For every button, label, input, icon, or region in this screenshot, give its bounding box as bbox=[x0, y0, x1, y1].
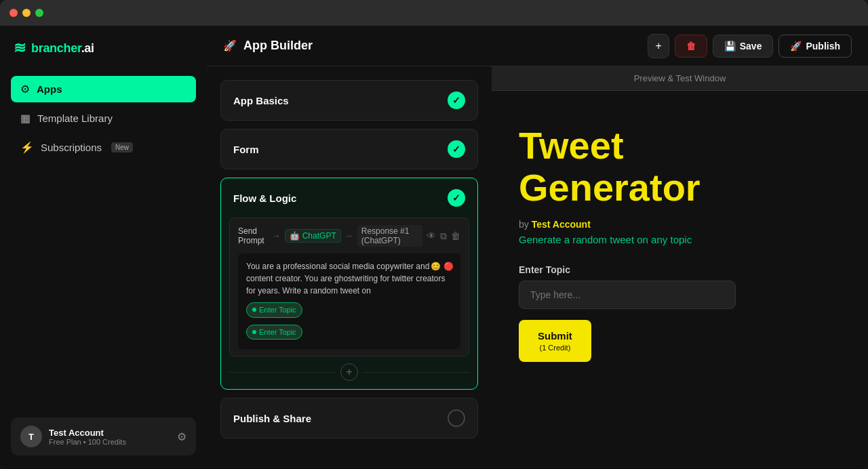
preview-body: Tweet Generator by Test Account Generate… bbox=[492, 91, 868, 469]
flow-logic-title: Flow & Logic bbox=[233, 192, 296, 204]
flow-logic-check: ✓ bbox=[448, 189, 465, 207]
browser-bar bbox=[0, 0, 868, 26]
logo-icon: ≋ bbox=[14, 39, 26, 57]
copy-button[interactable]: ⧉ bbox=[440, 230, 447, 242]
chatgpt-badge: 🤖 ChatGPT bbox=[285, 229, 341, 243]
arrow-1: → bbox=[273, 231, 281, 241]
step-actions: 👁 ⧉ 🗑 bbox=[427, 230, 460, 242]
save-icon: 💾 bbox=[724, 41, 736, 52]
app-basics-title: App Basics bbox=[233, 95, 289, 106]
flow-step-header: Send Prompt → 🤖 ChatGPT → Response #1 (C… bbox=[238, 225, 460, 247]
save-button[interactable]: 💾 Save bbox=[713, 35, 774, 58]
logo-text: brancher.ai bbox=[31, 41, 94, 56]
traffic-light-red[interactable] bbox=[9, 9, 18, 17]
delete-icon: 🗑 bbox=[686, 41, 696, 52]
eye-button[interactable]: 👁 bbox=[427, 230, 436, 242]
arrow-2: → bbox=[345, 231, 353, 241]
account-info: Test Account Free Plan • 100 Credits bbox=[49, 428, 170, 446]
send-prompt-label: Send Prompt bbox=[238, 226, 269, 245]
header: 🚀 App Builder + 🗑 💾 Save 🚀 Publish bbox=[207, 26, 868, 66]
header-actions: + 🗑 💾 Save 🚀 Publish bbox=[648, 34, 852, 58]
subscriptions-icon: ⚡ bbox=[20, 141, 34, 154]
sidebar: ≋ brancher.ai ⚙ Apps ▦ Template Library … bbox=[0, 26, 207, 469]
header-title-area: 🚀 App Builder bbox=[223, 39, 648, 53]
header-rocket-icon: 🚀 bbox=[223, 39, 237, 52]
preview-header: Preview & Test Window bbox=[492, 66, 868, 91]
app-description: Generate a random tweet on any topic bbox=[519, 234, 692, 245]
settings-icon[interactable]: ⚙ bbox=[177, 430, 186, 443]
tag-pill-2[interactable]: Enter Topic bbox=[246, 325, 302, 340]
tag-dot-1 bbox=[252, 308, 256, 312]
sidebar-item-subscriptions[interactable]: ⚡ Subscriptions New bbox=[11, 134, 196, 161]
page-title: App Builder bbox=[243, 39, 313, 53]
emoji-row: 😊 🔴 bbox=[431, 260, 454, 272]
add-step-button[interactable]: + bbox=[340, 363, 358, 381]
app-basics-check: ✓ bbox=[448, 91, 465, 109]
flow-logic-header[interactable]: Flow & Logic ✓ bbox=[221, 178, 477, 218]
dashed-line-left bbox=[229, 372, 335, 373]
tag-row: Enter Topic bbox=[246, 302, 452, 321]
publish-share-title: Publish & Share bbox=[233, 413, 311, 424]
section-publish-share[interactable]: Publish & Share bbox=[220, 398, 478, 439]
apps-icon: ⚙ bbox=[20, 83, 30, 96]
builder-panel: App Basics ✓ Form ✓ Flow & Logic ✓ bbox=[207, 66, 492, 469]
sidebar-item-label-apps: Apps bbox=[37, 83, 62, 95]
sidebar-item-label-subscriptions: Subscriptions bbox=[41, 142, 102, 153]
logo: ≋ brancher.ai bbox=[11, 39, 196, 57]
emoji-2: 🔴 bbox=[443, 260, 454, 272]
new-badge: New bbox=[111, 142, 133, 152]
template-library-icon: ▦ bbox=[20, 112, 31, 125]
emoji-1: 😊 bbox=[431, 260, 441, 272]
delete-button[interactable]: 🗑 bbox=[675, 35, 707, 58]
app-title: Tweet Generator bbox=[519, 125, 701, 208]
main-content: 🚀 App Builder + 🗑 💾 Save 🚀 Publish bbox=[207, 26, 868, 469]
section-app-basics[interactable]: App Basics ✓ bbox=[220, 80, 478, 121]
app-author: Test Account bbox=[532, 219, 591, 230]
add-button[interactable]: + bbox=[648, 34, 669, 58]
account-plan: Free Plan • 100 Credits bbox=[49, 438, 170, 446]
preview-panel: Preview & Test Window Tweet Generator by… bbox=[492, 66, 868, 469]
builder-area: App Basics ✓ Form ✓ Flow & Logic ✓ bbox=[207, 66, 868, 469]
sidebar-item-label-template: Template Library bbox=[37, 113, 113, 124]
traffic-light-green[interactable] bbox=[35, 9, 43, 17]
submit-button[interactable]: Submit (1 Credit) bbox=[519, 320, 591, 362]
tag-dot-2 bbox=[252, 330, 256, 334]
account-name: Test Account bbox=[49, 428, 170, 438]
flow-body: Send Prompt → 🤖 ChatGPT → Response #1 (C… bbox=[221, 218, 477, 389]
flow-step-card: Send Prompt → 🤖 ChatGPT → Response #1 (C… bbox=[229, 218, 469, 356]
publish-icon: 🚀 bbox=[790, 41, 802, 52]
publish-button[interactable]: 🚀 Publish bbox=[778, 35, 852, 58]
form-title: Form bbox=[233, 144, 259, 155]
publish-share-circle bbox=[448, 409, 465, 427]
traffic-light-yellow[interactable] bbox=[22, 9, 31, 17]
step-delete-button[interactable]: 🗑 bbox=[451, 230, 460, 242]
chatgpt-icon: 🤖 bbox=[290, 231, 300, 241]
form-check: ✓ bbox=[448, 140, 465, 158]
dashed-line-right bbox=[363, 372, 469, 373]
account-card: T Test Account Free Plan • 100 Credits ⚙ bbox=[11, 417, 196, 455]
form-field-label: Enter Topic bbox=[519, 264, 570, 275]
sidebar-item-apps[interactable]: ⚙ Apps bbox=[11, 76, 196, 102]
prompt-text: You are a professional social media copy… bbox=[246, 260, 452, 297]
section-form[interactable]: Form ✓ bbox=[220, 129, 478, 169]
avatar: T bbox=[20, 426, 42, 447]
section-flow-logic: Flow & Logic ✓ Send Prompt → 🤖 C bbox=[220, 178, 478, 390]
tag-row-2: Enter Topic bbox=[246, 325, 452, 343]
tag-pill-1[interactable]: Enter Topic bbox=[246, 302, 302, 318]
app-by: by Test Account bbox=[519, 219, 591, 230]
sidebar-item-template-library[interactable]: ▦ Template Library bbox=[11, 105, 196, 131]
add-step-row: + bbox=[229, 363, 469, 381]
prompt-text-area: You are a professional social media copy… bbox=[238, 253, 460, 349]
response-badge: Response #1 (ChatGPT) bbox=[357, 225, 422, 247]
topic-input[interactable] bbox=[519, 281, 736, 309]
